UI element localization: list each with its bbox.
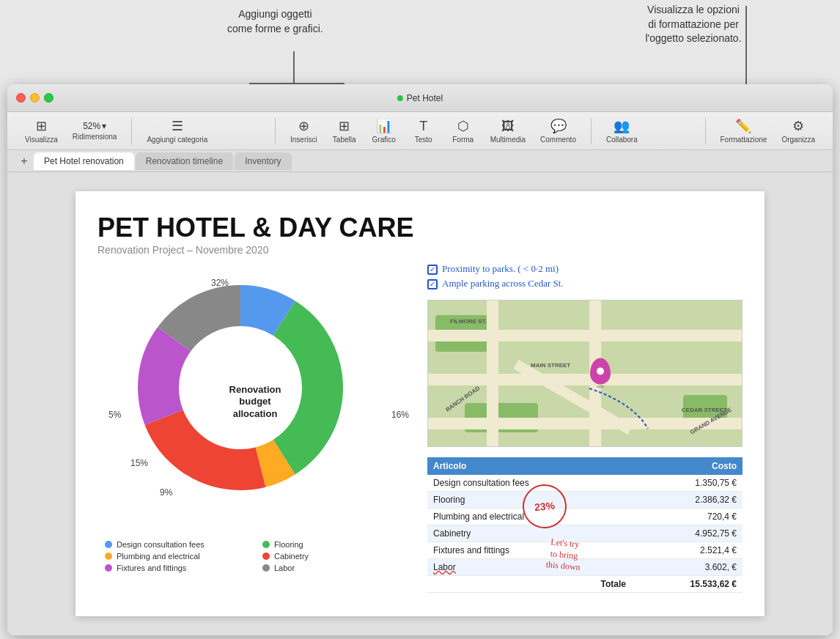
tab-2-label: Inventory (245, 156, 281, 166)
checkbox-2 (427, 279, 438, 289)
table-total-label: Totale (427, 575, 632, 592)
toolbar-grafico[interactable]: 📊 Grafico (366, 115, 402, 147)
tooltip-left-text: Aggiungi oggetti come forme e grafici. (227, 8, 323, 34)
road-v1 (487, 300, 498, 446)
maximize-button[interactable] (44, 93, 54, 103)
category-icon: ☰ (172, 118, 183, 134)
toolbar: ⊞ Visualizza 52% ▾ Ridimensiona ☰ Aggiun… (7, 112, 833, 150)
toolbar-left: ⊞ Visualizza 52% ▾ Ridimensiona ☰ Aggiun… (19, 115, 213, 147)
scale-value: 52% ▾ (83, 121, 106, 131)
table-cell-item: Labor (427, 558, 632, 575)
toolbar-visualizza[interactable]: ⊞ Visualizza (19, 115, 64, 147)
toolbar-multimedia[interactable]: 🖼 Multimedia (485, 116, 531, 147)
tab-inventory[interactable]: Inventory (235, 152, 291, 170)
legend-label-fixtures: Fixtures and fittings (117, 564, 186, 572)
tab-0-label: Pet Hotel renovation (44, 156, 124, 166)
legend-dot-design (105, 541, 112, 548)
page-subtitle: Renovation Project – Novembre 2020 (97, 244, 743, 256)
table-row: Labor3.602, € (427, 558, 743, 575)
organize-icon: ⚙ (792, 118, 804, 134)
legend-labor: Labor (262, 564, 405, 572)
legend-cabinetry: Cabinetry (262, 552, 405, 561)
close-button[interactable] (16, 93, 26, 103)
toolbar-separator-2 (275, 118, 276, 144)
data-table: Articolo Costo Design consultation fees1… (427, 457, 743, 593)
map-background: FILMORE ST. MAIN STREET CEDAR STREET RAN… (428, 300, 742, 446)
toolbar-separator-4 (705, 118, 706, 144)
chart-container: Renovation budget allocation 32% 5% 16% … (123, 270, 387, 534)
map-pin (590, 358, 611, 388)
table-cell-cost: 2.521,4 € (632, 542, 743, 558)
shape-icon: ⬡ (457, 118, 469, 134)
toolbar-inserisci[interactable]: ⊕ Inserisci (284, 115, 323, 147)
table-total-row: Totale15.533,62 € (427, 575, 743, 592)
table-row: Flooring2.386,32 € (427, 491, 743, 508)
hw-line2: Ample parking across Cedar St. (442, 278, 564, 289)
toolbar-testo[interactable]: T Testo (405, 116, 442, 147)
minimize-button[interactable] (30, 93, 40, 103)
toolbar-tabella[interactable]: ⊞ Tabella (326, 115, 363, 147)
page-title: PET HOTEL & DAY CARE (97, 213, 743, 243)
tooltip-line-vertical (293, 51, 295, 84)
hw-line1: Proximity to parks. ( < 0·2 mi) (442, 263, 559, 275)
table-row: Fixtures and fittings2.521,4 € (427, 542, 743, 558)
toolbar-inserisci-label: Inserisci (290, 136, 317, 144)
table-body: Design consultation fees1.350,75 €Floori… (427, 475, 743, 593)
table-cell-cost: 2.386,32 € (632, 491, 743, 508)
table-cell-item: Fixtures and fittings (427, 542, 632, 558)
tooltip-right-text: Visualizza le opzioni di formattazione p… (645, 4, 741, 44)
scale-chevron: ▾ (102, 121, 106, 131)
chart-icon: 📊 (376, 118, 392, 134)
toolbar-forma[interactable]: ⬡ Forma (445, 115, 482, 147)
pin-shadow (597, 385, 604, 388)
legend-dot-flooring (262, 541, 270, 548)
toolbar-aggiungi-label: Aggiungi categoria (147, 136, 207, 144)
legend-dot-labor (262, 564, 270, 572)
left-panel: Renovation budget allocation 32% 5% 16% … (97, 263, 413, 593)
toolbar-collabora[interactable]: 👥 Collabora (600, 115, 644, 147)
add-tab-button[interactable]: + (16, 153, 32, 169)
toolbar-grafico-label: Grafico (372, 136, 396, 144)
toolbar-separator-3 (591, 118, 592, 144)
text-icon: T (419, 119, 427, 134)
content-area: Renovation budget allocation 32% 5% 16% … (97, 263, 743, 593)
pct-15: 15% (130, 458, 148, 468)
page: PET HOTEL & DAY CARE Renovation Project … (75, 191, 765, 616)
insert-icon: ⊕ (298, 118, 309, 134)
road-label-filmore: FILMORE ST. (450, 318, 487, 325)
toolbar-right: ✏️ Formattazione ⚙ Organizza (699, 115, 822, 147)
handwritten-notes-area: Proximity to parks. ( < 0·2 mi) Ample pa… (427, 263, 743, 289)
legend-dot-fixtures (105, 564, 112, 572)
toolbar-forma-label: Forma (452, 136, 474, 144)
tab-pet-hotel-renovation[interactable]: Pet Hotel renovation (34, 152, 134, 170)
checkbox-1 (427, 265, 438, 275)
road-main (428, 374, 742, 385)
toolbar-multimedia-label: Multimedia (490, 136, 526, 144)
toolbar-collabora-label: Collabora (606, 136, 638, 144)
media-icon: 🖼 (501, 119, 515, 134)
tab-renovation-timeline[interactable]: Renovation timeline (136, 152, 233, 170)
annotation-handwritten: Let's try to bring this down (545, 536, 583, 574)
table-cell-cost: 4.952,75 € (632, 525, 743, 542)
view-icon: ⊞ (36, 118, 47, 134)
toolbar-scale[interactable]: 52% ▾ Ridimensiona (67, 118, 123, 144)
collab-icon: 👥 (614, 118, 630, 134)
road-filmore (428, 330, 742, 341)
table-wrapper: Articolo Costo Design consultation fees1… (427, 457, 743, 593)
table-cell-cost: 1.350,75 € (632, 475, 743, 492)
col-costo: Costo (632, 457, 743, 475)
toolbar-aggiungi-categoria[interactable]: ☰ Aggiungi categoria (141, 115, 213, 147)
toolbar-commento[interactable]: 💬 Commento (534, 115, 582, 147)
pin-body (590, 358, 611, 385)
table-icon: ⊞ (339, 118, 350, 134)
right-panel: Proximity to parks. ( < 0·2 mi) Ample pa… (427, 263, 743, 593)
toolbar-separator-1 (131, 118, 132, 144)
comment-icon: 💬 (550, 118, 567, 134)
toolbar-visualizza-label: Visualizza (25, 136, 58, 144)
toolbar-formattazione-label: Formattazione (721, 136, 767, 144)
toolbar-organizza[interactable]: ⚙ Organizza (775, 115, 821, 147)
road-label-main: MAIN STREET (531, 362, 570, 369)
main-window: Pet Hotel ⊞ Visualizza 52% ▾ Ridimension… (7, 84, 833, 635)
toolbar-formattazione[interactable]: ✏️ Formattazione (715, 115, 773, 147)
pct-32: 32% (211, 278, 229, 288)
